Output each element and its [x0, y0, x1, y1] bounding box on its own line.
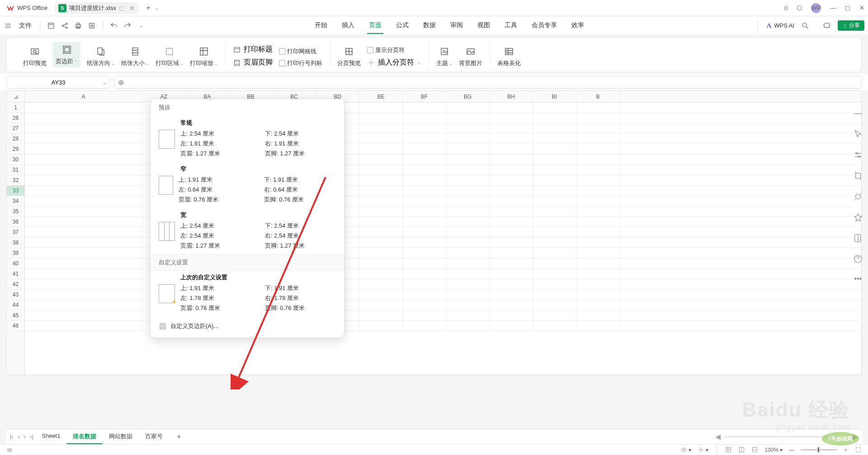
- cell[interactable]: [533, 165, 576, 175]
- settings-slider-icon[interactable]: [853, 150, 863, 160]
- cell[interactable]: [490, 113, 533, 123]
- menu-公式[interactable]: 公式: [394, 18, 410, 34]
- cell[interactable]: [576, 258, 620, 268]
- cell[interactable]: [533, 258, 576, 268]
- cell[interactable]: [359, 300, 403, 310]
- menu-开始[interactable]: 开始: [313, 18, 329, 34]
- print-titles-button[interactable]: 打印标题: [233, 45, 273, 54]
- cell[interactable]: [490, 144, 533, 154]
- print-scale-button[interactable]: 打印缩放⌄: [190, 46, 218, 67]
- record-macro-icon[interactable]: [6, 446, 13, 453]
- cell[interactable]: [576, 123, 620, 133]
- cell[interactable]: [403, 258, 446, 268]
- preset-last-custom[interactable]: 上次的自定义设置 上: 1.91 厘米下: 1.91 厘米左: 1.78 厘米右…: [151, 271, 344, 317]
- cell[interactable]: [533, 175, 576, 185]
- row-header[interactable]: 42: [7, 279, 24, 290]
- cell[interactable]: [25, 290, 142, 300]
- focus-icon[interactable]: ▾: [698, 446, 708, 453]
- cell[interactable]: [25, 269, 142, 279]
- cell[interactable]: [446, 238, 490, 248]
- cell[interactable]: [576, 186, 620, 196]
- sheet-tab[interactable]: Sheet1: [35, 430, 66, 444]
- zoom-out[interactable]: —: [789, 447, 794, 453]
- cell[interactable]: [403, 144, 446, 154]
- cell[interactable]: [446, 217, 490, 227]
- tab-close-icon[interactable]: ✕: [129, 5, 135, 12]
- cell[interactable]: [359, 113, 403, 123]
- cell[interactable]: [359, 206, 403, 216]
- cell[interactable]: [403, 206, 446, 216]
- cell[interactable]: [25, 310, 142, 320]
- cell[interactable]: [446, 300, 490, 310]
- cell[interactable]: [490, 186, 533, 196]
- collapse-icon[interactable]: —: [853, 108, 863, 118]
- row-header[interactable]: 35: [7, 206, 24, 217]
- cell[interactable]: [490, 300, 533, 310]
- preset-normal[interactable]: 常规 上: 2.54 厘米下: 2.54 厘米左: 1.91 厘米右: 1.91…: [151, 116, 344, 162]
- cell[interactable]: [576, 113, 620, 123]
- sheet-tab[interactable]: 百家号: [139, 430, 169, 444]
- tab-maximize-icon[interactable]: ▢: [119, 5, 124, 11]
- cell[interactable]: [490, 134, 533, 144]
- margins-button[interactable]: 页边距⌃: [53, 42, 80, 67]
- cell[interactable]: [533, 227, 576, 237]
- print-icon[interactable]: [74, 21, 83, 30]
- row-header[interactable]: 32: [7, 175, 24, 186]
- cell[interactable]: [490, 269, 533, 279]
- zoom-in[interactable]: ＋: [843, 446, 849, 454]
- chat-icon[interactable]: [822, 21, 831, 30]
- cell[interactable]: [576, 279, 620, 289]
- cell[interactable]: [25, 258, 142, 268]
- cell[interactable]: [25, 134, 142, 144]
- book-icon[interactable]: [853, 233, 863, 243]
- cell[interactable]: [446, 165, 490, 175]
- select-all-corner[interactable]: [7, 91, 25, 103]
- cell[interactable]: [533, 155, 576, 164]
- cell[interactable]: [533, 206, 576, 216]
- cell[interactable]: [576, 238, 620, 248]
- print-preview-button[interactable]: 打印预览: [23, 46, 47, 67]
- cell[interactable]: [533, 186, 576, 196]
- cell[interactable]: [446, 258, 490, 268]
- cell[interactable]: [576, 321, 620, 331]
- cell[interactable]: [576, 227, 620, 237]
- cell[interactable]: [359, 144, 403, 154]
- background-button[interactable]: 背景图片: [459, 46, 482, 67]
- cell[interactable]: [446, 175, 490, 185]
- user-avatar[interactable]: WP: [811, 3, 821, 13]
- cell[interactable]: [490, 196, 533, 206]
- cell[interactable]: [533, 103, 576, 113]
- sheet-nav-last[interactable]: ›|: [30, 434, 33, 440]
- row-header[interactable]: 43: [7, 290, 24, 300]
- menu-视图[interactable]: 视图: [476, 18, 492, 34]
- cell[interactable]: [446, 227, 490, 237]
- cell[interactable]: [446, 113, 490, 123]
- print-preview-icon[interactable]: [87, 21, 96, 30]
- view-normal[interactable]: [725, 446, 732, 453]
- cell[interactable]: [359, 290, 403, 300]
- theme-button[interactable]: Aa 主题⌄: [436, 46, 453, 67]
- cell[interactable]: [403, 217, 446, 227]
- print-gridlines-checkbox[interactable]: 打印网格线: [279, 47, 322, 56]
- cell[interactable]: [359, 217, 403, 227]
- cell[interactable]: [576, 103, 620, 113]
- cell[interactable]: [490, 155, 533, 164]
- cell[interactable]: [533, 321, 576, 331]
- cell[interactable]: [446, 248, 490, 258]
- cell[interactable]: [576, 144, 620, 154]
- menu-会员专享[interactable]: 会员专享: [530, 18, 559, 34]
- sheet-nav-next[interactable]: ›: [24, 434, 26, 440]
- cell[interactable]: [25, 103, 142, 113]
- cell[interactable]: [490, 310, 533, 320]
- save-icon[interactable]: [47, 21, 56, 30]
- view-page[interactable]: [738, 446, 745, 453]
- cell[interactable]: [446, 144, 490, 154]
- cell[interactable]: [533, 196, 576, 206]
- menu-效率[interactable]: 效率: [570, 18, 586, 34]
- cell[interactable]: [403, 134, 446, 144]
- sheet-nav-first[interactable]: |‹: [10, 434, 13, 440]
- fullscreen-icon[interactable]: [855, 446, 862, 453]
- cell[interactable]: [359, 310, 403, 320]
- undo-icon[interactable]: [109, 21, 118, 30]
- cell[interactable]: [403, 269, 446, 279]
